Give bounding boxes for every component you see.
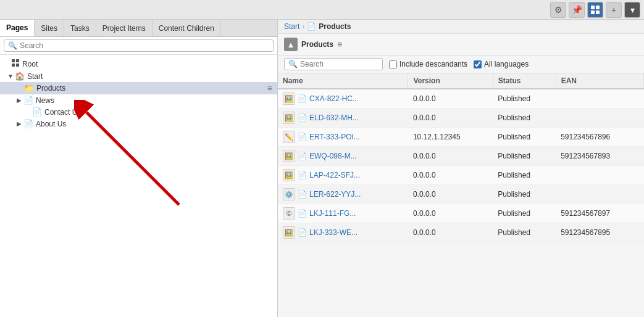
product-name[interactable]: LAP-422-SFJ... <box>309 171 360 179</box>
search-icon: 🔍 <box>8 41 17 50</box>
cell-version: 0.0.0.0 <box>408 185 493 204</box>
cell-ean: 591234567896 <box>556 128 643 147</box>
plus-icon-btn[interactable]: + <box>606 2 622 18</box>
breadcrumb-start-link[interactable]: Start <box>284 22 299 31</box>
cell-status: Published <box>493 89 556 109</box>
tab-project-items[interactable]: Project Items <box>96 20 153 36</box>
tree-item-about[interactable]: ▶ 📄 About Us <box>0 118 277 130</box>
page-file-icon: 📄 <box>298 209 307 218</box>
tab-tasks[interactable]: Tasks <box>64 20 96 36</box>
cell-version: 0.0.0.0 <box>408 89 493 109</box>
gear-icon-btn[interactable]: ⚙ <box>550 2 566 18</box>
page-file-icon: 📄 <box>298 171 307 179</box>
include-descendants-label: Include descandants <box>399 60 467 68</box>
row-thumbnail: 🖼️ <box>283 112 295 124</box>
cell-status: Published <box>493 223 556 242</box>
all-languages-group: All languages <box>474 60 529 68</box>
product-name[interactable]: ERT-333-POI... <box>309 133 360 141</box>
page-file-icon: 📄 <box>298 133 307 141</box>
content-header: ▲ Products ≡ <box>278 34 644 56</box>
table-row[interactable]: 🖼️ 📄 ELD-632-MH... 0.0.0.0Published <box>278 109 644 128</box>
page-icon-news: 📄 <box>23 96 33 105</box>
row-thumbnail: ©️ <box>283 207 295 220</box>
cell-name: 🖼️ 📄 EWQ-098-M... <box>278 147 408 166</box>
page-tree: Root ▼ 🏠 Start 📁 Products ≡ ▶ <box>0 55 277 317</box>
tree-start-label: Start <box>27 72 275 81</box>
tab-sites[interactable]: Sites <box>35 20 64 36</box>
table-row[interactable]: ⚙️ 📄 LER-622-YYJ... 0.0.0.0Published <box>278 185 644 204</box>
table-row[interactable]: ✏️ 📄 ERT-333-POI... 10.12.1.12345Publish… <box>278 128 644 147</box>
page-file-icon: 📄 <box>298 113 307 122</box>
row-thumbnail: 🖼️ <box>283 226 295 239</box>
cell-ean <box>556 185 643 204</box>
all-languages-label: All languages <box>484 60 529 68</box>
cell-status: Published <box>493 204 556 223</box>
tab-content-children[interactable]: Content Children <box>153 20 221 36</box>
col-ean: EAN <box>556 73 643 89</box>
cell-ean <box>556 109 643 128</box>
filter-row: 🔍 Include descandants All languages <box>278 56 644 73</box>
svg-rect-2 <box>591 10 595 14</box>
product-name[interactable]: LER-622-YYJ... <box>309 190 361 199</box>
table-row[interactable]: 🖼️ 📄 LAP-422-SFJ... 0.0.0.0Published <box>278 166 644 185</box>
table-row[interactable]: 🖼️ 📄 EWQ-098-M... 0.0.0.0Published591234… <box>278 147 644 166</box>
tree-item-root[interactable]: Root <box>0 57 277 70</box>
product-name[interactable]: CXA-822-HC... <box>309 94 359 103</box>
grid-icon <box>11 59 20 69</box>
pin-icon-btn[interactable]: 📌 <box>569 2 585 18</box>
cell-name: 🖼️ 📄 LAP-422-SFJ... <box>278 166 408 185</box>
expander-news: ▶ <box>15 97 23 104</box>
tree-item-news[interactable]: ▶ 📄 News <box>0 94 277 106</box>
cell-ean: 591234567897 <box>556 204 643 223</box>
page-icon-about: 📄 <box>23 119 33 128</box>
left-search-input[interactable] <box>20 41 269 50</box>
tree-products-label: Products <box>36 84 265 93</box>
page-icon-contact: 📄 <box>32 107 42 117</box>
row-thumbnail: ⚙️ <box>283 188 295 200</box>
product-name[interactable]: LKJ-111-FG... <box>309 209 356 218</box>
cell-ean: 591234567895 <box>556 223 643 242</box>
tree-item-contact[interactable]: 📄 Contact Us <box>0 106 277 118</box>
cell-ean: 591234567893 <box>556 147 643 166</box>
left-panel: Pages Sites Tasks Project Items Content … <box>0 20 278 317</box>
expander-start: ▼ <box>6 73 15 80</box>
main-area: Pages Sites Tasks Project Items Content … <box>0 20 644 317</box>
col-version: Version <box>408 73 493 89</box>
table-row[interactable]: 🖼️ 📄 LKJ-333-WE... 0.0.0.0Published59123… <box>278 223 644 242</box>
cell-ean <box>556 89 643 109</box>
table-row[interactable]: 🖼️ 📄 CXA-822-HC... 0.0.0.0Published <box>278 89 644 109</box>
product-name[interactable]: LKJ-333-WE... <box>309 228 358 237</box>
content-menu-btn[interactable]: ≡ <box>337 39 342 49</box>
product-name[interactable]: ELD-632-MH... <box>309 113 359 122</box>
cell-name: ⚙️ 📄 LER-622-YYJ... <box>278 185 408 204</box>
col-name: Name <box>278 73 408 89</box>
page-file-icon: 📄 <box>298 152 307 160</box>
up-button[interactable]: ▲ <box>284 38 298 51</box>
more-icon-btn[interactable]: ▾ <box>624 2 640 18</box>
tree-item-start[interactable]: ▼ 🏠 Start <box>0 70 277 82</box>
grid-icon-btn[interactable] <box>587 2 603 18</box>
include-descendants-checkbox[interactable] <box>389 60 397 68</box>
tree-news-label: News <box>36 96 275 105</box>
svg-rect-7 <box>16 64 19 67</box>
tab-pages[interactable]: Pages <box>0 20 35 36</box>
table-row[interactable]: ©️ 📄 LKJ-111-FG... 0.0.0.0Published59123… <box>278 204 644 223</box>
content-title-text: Products <box>301 40 333 49</box>
folder-icon: 📁 <box>23 83 34 93</box>
cell-ean <box>556 166 643 185</box>
filter-search-input[interactable] <box>300 60 378 68</box>
cell-version: 0.0.0.0 <box>408 223 493 242</box>
tree-options-btn[interactable]: ≡ <box>265 83 275 93</box>
all-languages-checkbox[interactable] <box>474 60 482 68</box>
cell-version: 0.0.0.0 <box>408 147 493 166</box>
tree-about-label: About Us <box>36 120 275 128</box>
filter-search-icon: 🔍 <box>288 60 298 68</box>
row-thumbnail: ✏️ <box>283 131 295 143</box>
breadcrumb-page-icon: 📄 <box>307 22 316 31</box>
expander-about: ▶ <box>15 120 23 127</box>
cell-status: Published <box>493 185 556 204</box>
col-status: Status <box>493 73 556 89</box>
svg-rect-5 <box>16 59 19 62</box>
tree-item-products[interactable]: 📁 Products ≡ <box>0 82 277 94</box>
product-name[interactable]: EWQ-098-M... <box>309 152 357 160</box>
